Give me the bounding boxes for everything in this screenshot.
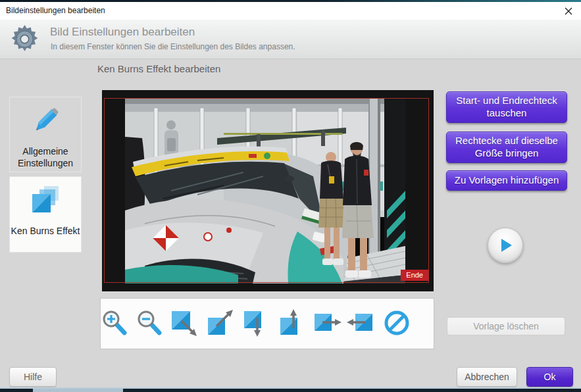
ok-button[interactable]: Ok xyxy=(526,367,573,387)
button-label: Zu Vorlagen hinzufügen xyxy=(455,174,559,187)
move-down-icon[interactable] xyxy=(241,305,270,341)
help-button[interactable]: Hilfe xyxy=(9,367,57,387)
titlebar[interactable]: Bildeinstellungen bearbeiten xyxy=(0,2,581,20)
section-title: Ken Burns Effekt bearbeiten xyxy=(97,63,220,74)
header-subtitle: In diesem Fenster können Sie die Einstel… xyxy=(51,42,295,51)
move-right-icon[interactable] xyxy=(313,305,342,341)
button-label: Ok xyxy=(544,372,556,382)
resize-up-right-icon[interactable] xyxy=(207,305,236,341)
button-label: Rechtecke auf dieselbe Größe bringen xyxy=(452,135,561,160)
layers-icon xyxy=(27,184,64,220)
sidebar-item-ken-burns[interactable]: Ken Burns Effekt xyxy=(9,176,82,253)
ken-burns-toolbar xyxy=(100,298,434,349)
sidebar-item-label: Ken Burns Effekt xyxy=(11,226,80,237)
add-to-templates-button[interactable]: Zu Vorlagen hinzufügen xyxy=(446,170,567,191)
window-title: Bildeinstellungen bearbeiten xyxy=(6,2,105,20)
sidebar-item-label: Allgemeine Einstellungen xyxy=(10,146,81,169)
pen-icon xyxy=(28,104,63,141)
taskbar-strip xyxy=(0,389,581,392)
end-rectangle-badge: Ende xyxy=(401,270,428,281)
dialog-header: Bild Einstellungen bearbeiten In diesem … xyxy=(0,20,581,59)
swap-rectangles-button[interactable]: Start- und Endrechteck tauschen xyxy=(446,91,567,123)
ken-burns-end-rectangle[interactable]: Ende xyxy=(104,98,429,283)
move-left-icon[interactable] xyxy=(346,305,375,341)
taskbar-segment xyxy=(33,389,123,392)
button-label: Start- und Endrechteck tauschen xyxy=(452,95,561,120)
button-label: Abbrechen xyxy=(465,372,509,382)
cancel-icon[interactable] xyxy=(382,305,411,341)
same-size-rectangles-button[interactable]: Rechtecke auf dieselbe Größe bringen xyxy=(446,132,567,163)
play-button[interactable] xyxy=(488,228,523,263)
delete-template-button[interactable]: Vorlage löschen xyxy=(447,317,565,335)
button-label: Hilfe xyxy=(24,372,42,382)
zoom-out-icon[interactable] xyxy=(136,305,164,341)
image-settings-dialog: Bildeinstellungen bearbeiten Bild Einste… xyxy=(0,0,581,392)
header-title: Bild Einstellungen bearbeiten xyxy=(50,26,195,39)
cancel-button[interactable]: Abbrechen xyxy=(457,367,517,387)
sidebar-item-general-settings[interactable]: Allgemeine Einstellungen xyxy=(9,97,82,172)
close-icon[interactable] xyxy=(562,5,575,18)
gear-icon xyxy=(9,24,40,57)
move-up-icon[interactable] xyxy=(278,305,307,341)
button-label: Vorlage löschen xyxy=(473,321,539,331)
zoom-in-icon[interactable] xyxy=(101,305,130,341)
resize-down-right-icon[interactable] xyxy=(170,305,199,341)
preview-frame: Ende xyxy=(102,90,434,291)
play-icon xyxy=(497,237,513,253)
